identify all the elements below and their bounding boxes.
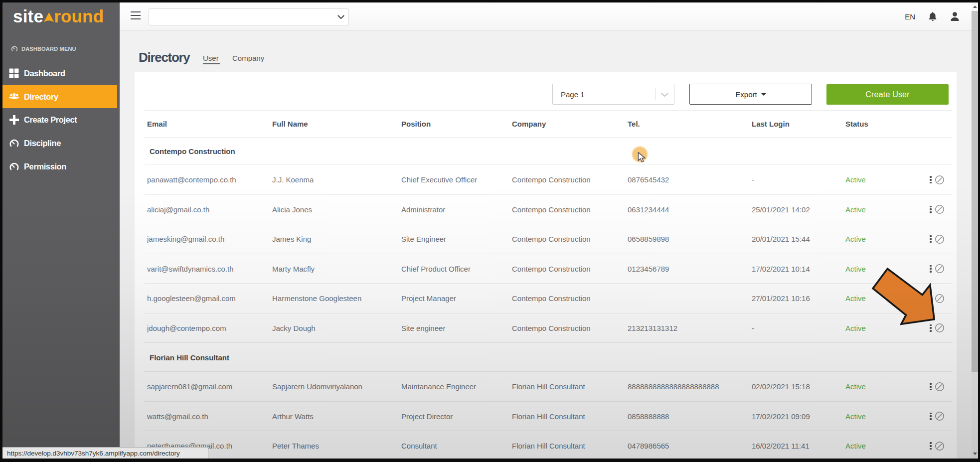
logo-text-site: site [13,6,43,26]
column-header-company: Company [512,120,546,128]
status-url-text: https://develop.d3vhbv73sh7yk6.amplifyap… [7,450,180,457]
cell-tel: 0478986565 [628,431,746,461]
cell-position: Site engineer [401,313,506,343]
cell-company: Contempo Construction [512,195,622,225]
deactivate-ban-icon[interactable] [935,175,945,185]
sidebar-section-label: DASHBOARD MENU [11,44,76,53]
cell-full-name: Sapjarern Udomviriyalanon [272,372,395,402]
sidebar-item-label: Directory [24,92,58,102]
cell-last-login: 17/02/2021 09:09 [752,402,839,432]
export-button-label: Export [735,90,757,99]
table-row: aliciaj@gmail.co.thAlicia JonesAdministr… [135,195,957,225]
tab-company[interactable]: Company [232,54,264,62]
create-user-button[interactable]: Create User [826,84,949,105]
scrollbar-thumb[interactable] [972,11,978,372]
cell-tel: 213213131312 [628,313,746,343]
cell-company: Contempo Construction [512,165,622,195]
sidebar-item-permission[interactable]: Permission [0,155,117,178]
column-header-last-login: Last Login [752,120,790,128]
grid-icon [8,68,19,79]
cell-last-login: 25/01/2021 14:02 [752,195,839,225]
deactivate-ban-icon[interactable] [935,441,945,451]
deactivate-ban-icon[interactable] [935,411,945,421]
column-header-email: Email [147,120,167,128]
chevron-down-icon [661,93,668,97]
scrollbar-up-arrow[interactable] [972,2,978,11]
group-name: Contempo Construction [150,137,235,165]
export-button[interactable]: Export [689,84,812,105]
cell-full-name: Marty Macfly [272,254,395,284]
users-icon [8,91,19,102]
cell-position: Maintanance Engineer [401,372,506,402]
cell-email: jdough@contempo.com [147,313,266,343]
row-menu-kebab-icon[interactable] [930,445,932,447]
logo: site round [13,6,104,27]
gauge-icon [11,45,18,52]
sidebar-item-dashboard[interactable]: Dashboard [0,62,117,85]
annotation-arrow-icon [867,263,942,329]
status-bar: https://develop.d3vhbv73sh7yk6.amplifyap… [2,447,208,459]
column-header-status: Status [845,120,868,128]
cell-full-name: James King [272,224,395,254]
page-title: Directory [139,50,189,65]
sidebar-item-label: Dashboard [24,69,65,78]
caret-down-icon [761,93,766,96]
sidebar-item-label: Discipline [24,139,61,148]
group-header-row: Contempo Construction [135,137,957,165]
table-row: jdough@contempo.comJacky DoughSite engin… [135,313,957,343]
sidebar-item-create-project[interactable]: Create Project [0,108,117,131]
frame-bottom [0,459,980,462]
hamburger-menu-icon[interactable] [131,11,141,20]
cell-email: panawatt@contempo.co.th [147,165,266,195]
sidebar-item-directory[interactable]: Directory [0,85,117,108]
cell-tel: 0876545432 [628,165,746,195]
language-toggle[interactable]: EN [905,12,915,21]
cell-last-login: - [752,313,839,343]
sidebar-item-discipline[interactable]: Discipline [0,132,117,154]
cell-email: watts@gmail.co.th [147,402,266,432]
column-header-full-name: Full Name [272,120,308,128]
page-select[interactable]: Page 1 [552,84,674,105]
cell-status: Active [845,431,923,461]
row-menu-kebab-icon[interactable] [930,415,932,417]
cell-position: Project Manager [401,284,506,313]
cell-email: sapjarern081@gmail.com [147,372,266,402]
cell-status: Active [845,372,923,402]
cell-company: Contempo Construction [512,224,622,254]
cell-status: Active [845,165,923,195]
topbar-right-group: EN [905,10,960,23]
cell-status: Active [845,402,923,432]
cell-position: Chief Executive Officer [401,165,506,195]
row-menu-kebab-icon[interactable] [930,386,932,388]
project-select[interactable] [149,8,349,25]
group-header-row: Florian Hill Consultant [135,343,957,372]
row-menu-kebab-icon[interactable] [930,208,932,210]
row-menu-kebab-icon[interactable] [930,179,932,181]
row-menu-kebab-icon[interactable] [930,238,932,240]
cell-tel: 0631234444 [628,195,746,225]
cell-company: Florian Hill Consultant [512,402,622,432]
group-name: Florian Hill Consultant [150,343,229,372]
scrollbar-down-arrow[interactable] [972,450,978,458]
cell-full-name: Peter Thames [272,431,395,461]
table-row: jamesking@gmail.co.thJames KingSite Engi… [135,224,957,254]
user-avatar-icon[interactable] [950,11,960,21]
gauge-icon [8,138,19,149]
cell-tel [628,284,746,313]
deactivate-ban-icon[interactable] [935,204,945,214]
bell-icon[interactable] [928,11,937,21]
table-row: varit@swiftdynamics.co.thMarty MacflyChi… [135,254,957,284]
scrollbar[interactable] [972,2,978,459]
tab-user[interactable]: User [203,54,219,62]
column-header-tel: Tel. [628,120,640,128]
logo-text-round: round [54,6,104,26]
deactivate-ban-icon[interactable] [935,382,945,392]
cell-email: aliciaj@gmail.co.th [147,195,266,225]
page-select-divider [655,88,656,100]
table-top-divider [145,110,952,111]
cell-position: Administrator [401,195,506,225]
cell-last-login: - [752,165,839,195]
cell-last-login: 27/01/2021 10:16 [752,284,839,313]
table-row: h.googlesteen@gmail.comHarmenstone Googl… [135,284,957,313]
deactivate-ban-icon[interactable] [935,234,945,244]
